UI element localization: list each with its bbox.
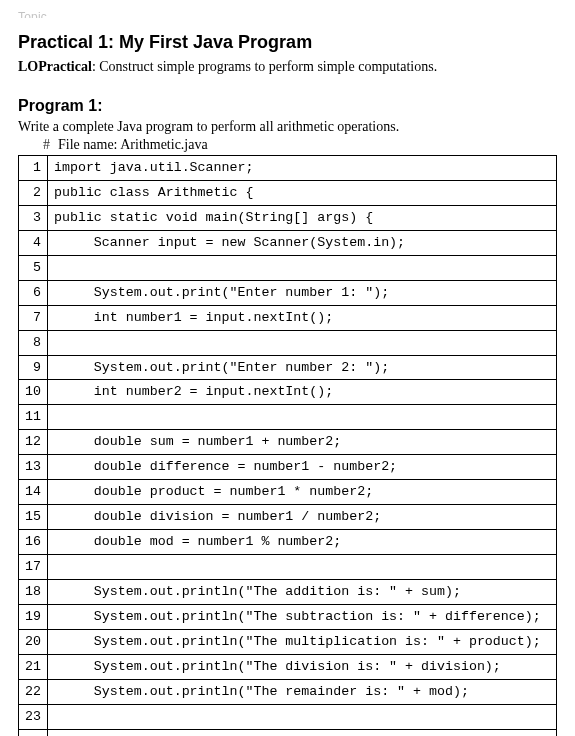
top-cut-text: Topic ... [18, 10, 557, 18]
line-number: 8 [19, 330, 48, 355]
line-number: 12 [19, 430, 48, 455]
lo-text: : Construct simple programs to perform s… [92, 59, 437, 74]
lo-label: LOPractical [18, 59, 92, 74]
code-row: 20 System.out.println("The multiplicatio… [19, 629, 557, 654]
code-line: System.out.println("The remainder is: " … [47, 679, 556, 704]
code-row: 2public class Arithmetic { [19, 180, 557, 205]
program-description: Write a complete Java program to perform… [18, 119, 557, 135]
code-line: public static void main(String[] args) { [47, 205, 556, 230]
line-number: 9 [19, 355, 48, 380]
line-number: 20 [19, 629, 48, 654]
code-row: 19 System.out.println("The subtraction i… [19, 604, 557, 629]
file-name-line: #File name: Arithmetic.java [18, 137, 557, 153]
line-number: 11 [19, 405, 48, 430]
line-number: 15 [19, 505, 48, 530]
code-row: 21 System.out.println("The division is: … [19, 654, 557, 679]
code-line: double sum = number1 + number2; [47, 430, 556, 455]
code-line: System.out.print("Enter number 2: "); [47, 355, 556, 380]
code-row: 22 System.out.println("The remainder is:… [19, 679, 557, 704]
code-line: Scanner input = new Scanner(System.in); [47, 230, 556, 255]
code-line: }} [47, 729, 556, 736]
line-number: 24 [19, 729, 48, 736]
line-number: 16 [19, 530, 48, 555]
code-row: 10 int number2 = input.nextInt(); [19, 380, 557, 405]
line-number: 1 [19, 156, 48, 181]
code-row: 15 double division = number1 / number2; [19, 505, 557, 530]
code-row: 7 int number1 = input.nextInt(); [19, 305, 557, 330]
line-number: 21 [19, 654, 48, 679]
code-table: 1import java.util.Scanner;2public class … [18, 155, 557, 736]
code-line [47, 704, 556, 729]
code-row: 4 Scanner input = new Scanner(System.in)… [19, 230, 557, 255]
code-row: 3public static void main(String[] args) … [19, 205, 557, 230]
code-listing: 1import java.util.Scanner;2public class … [18, 155, 557, 736]
line-number: 22 [19, 679, 48, 704]
code-line: System.out.println("The subtraction is: … [47, 604, 556, 629]
code-line: System.out.print("Enter number 1: "); [47, 280, 556, 305]
code-row: 9 System.out.print("Enter number 2: "); [19, 355, 557, 380]
code-line: import java.util.Scanner; [47, 156, 556, 181]
line-number: 7 [19, 305, 48, 330]
code-line: public class Arithmetic { [47, 180, 556, 205]
code-line: double product = number1 * number2; [47, 480, 556, 505]
line-number: 4 [19, 230, 48, 255]
code-row: 5 [19, 255, 557, 280]
code-row: 17 [19, 555, 557, 580]
code-line: int number1 = input.nextInt(); [47, 305, 556, 330]
practical-title: Practical 1: My First Java Program [18, 32, 557, 53]
lo-practical-line: LOPractical: Construct simple programs t… [18, 59, 557, 75]
code-line [47, 255, 556, 280]
code-line: System.out.println("The addition is: " +… [47, 579, 556, 604]
code-line: System.out.println("The division is: " +… [47, 654, 556, 679]
line-number: 5 [19, 255, 48, 280]
code-line [47, 405, 556, 430]
line-number: 19 [19, 604, 48, 629]
line-number: 17 [19, 555, 48, 580]
code-line: double mod = number1 % number2; [47, 530, 556, 555]
code-line [47, 555, 556, 580]
code-row: 16 double mod = number1 % number2; [19, 530, 557, 555]
line-number: 18 [19, 579, 48, 604]
code-line: double difference = number1 - number2; [47, 455, 556, 480]
code-row: 14 double product = number1 * number2; [19, 480, 557, 505]
program-heading: Program 1: [18, 97, 557, 115]
code-row: 12 double sum = number1 + number2; [19, 430, 557, 455]
code-row: 8 [19, 330, 557, 355]
code-line: System.out.println("The multiplication i… [47, 629, 556, 654]
code-line: double division = number1 / number2; [47, 505, 556, 530]
file-name-text: File name: Arithmetic.java [58, 137, 208, 152]
code-line: int number2 = input.nextInt(); [47, 380, 556, 405]
line-number: 3 [19, 205, 48, 230]
code-line [47, 330, 556, 355]
line-number: 23 [19, 704, 48, 729]
code-row: 24}} [19, 729, 557, 736]
code-row: 23 [19, 704, 557, 729]
line-number: 14 [19, 480, 48, 505]
file-hash: # [36, 137, 50, 153]
code-row: 1import java.util.Scanner; [19, 156, 557, 181]
line-number: 13 [19, 455, 48, 480]
line-number: 6 [19, 280, 48, 305]
line-number: 10 [19, 380, 48, 405]
code-row: 13 double difference = number1 - number2… [19, 455, 557, 480]
code-row: 6 System.out.print("Enter number 1: "); [19, 280, 557, 305]
line-number: 2 [19, 180, 48, 205]
code-row: 11 [19, 405, 557, 430]
code-row: 18 System.out.println("The addition is: … [19, 579, 557, 604]
